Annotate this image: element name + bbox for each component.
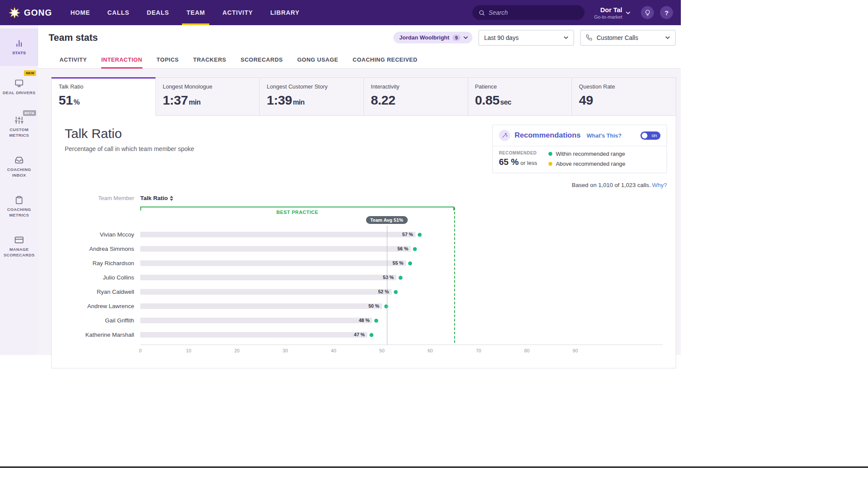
sidebar-item-label: DEAL DRIVERS (3, 90, 36, 96)
gong-logo[interactable]: GONG (9, 0, 52, 25)
best-practice-bracket: BEST PRACTICE (140, 207, 454, 210)
nav-item-deals[interactable]: DEALS (138, 0, 178, 25)
chart-row: Gail Griffith 48 % (65, 313, 663, 328)
call-type-label: Customer Calls (597, 34, 638, 41)
team-member-name[interactable]: Gail Griffith (65, 317, 140, 324)
tab-scorecards[interactable]: SCORECARDS (241, 50, 283, 68)
legend-label: Within recommended range (556, 151, 625, 157)
team-member-name[interactable]: Katherine Marshall (65, 332, 140, 338)
tab-activity[interactable]: ACTIVITY (59, 50, 87, 68)
deal-drivers-icon (15, 79, 23, 88)
question-mark-icon: ? (664, 9, 668, 16)
metric-card-longest-customer-story[interactable]: Longest Customer Story 1:39min (259, 77, 364, 116)
team-member-name[interactable]: Andrea Simmons (65, 246, 140, 252)
metric-label: Patience (475, 83, 565, 90)
recommended-block: RECOMMENDED 65 %or less (499, 151, 537, 167)
metric-card-talk-ratio[interactable]: Talk Ratio 51% (51, 77, 156, 116)
tab-topics[interactable]: TOPICS (157, 50, 179, 68)
metric-card-interactivity[interactable]: Interactivity 8.22 (363, 77, 468, 116)
bar-track: 50 % (140, 303, 663, 309)
gong-starburst-icon (9, 7, 20, 19)
bottom-divider (0, 466, 868, 468)
team-count-badge: 9 (452, 35, 460, 41)
bar-value-label: 50 % (368, 303, 379, 309)
metric-value: 1:37min (163, 93, 253, 108)
bar-track: 55 % (140, 260, 663, 266)
page: GONG HOME CALLS DEALS TEAM ACTIVITY LIBR… (0, 0, 868, 496)
recommended-label: RECOMMENDED (499, 151, 537, 155)
tab-gong-usage[interactable]: GONG USAGE (297, 50, 338, 68)
x-axis (140, 345, 663, 345)
help-center-button[interactable] (641, 6, 654, 19)
sidebar-item-custom-metrics[interactable]: BETA CUSTOM METRICS (0, 108, 38, 146)
metric-label: Longest Customer Story (267, 83, 356, 90)
sidebar-item-deal-drivers[interactable]: NEW DEAL DRIVERS (0, 69, 38, 106)
metric-unit: sec (500, 99, 511, 106)
left-sidebar: STATS NEW DEAL DRIVERS BETA CUSTOM METRI… (0, 25, 38, 355)
why-link[interactable]: Why? (652, 182, 667, 188)
sidebar-item-stats[interactable]: STATS (0, 29, 38, 66)
metric-card-longest-monologue[interactable]: Longest Monologue 1:37min (155, 77, 260, 116)
date-range-dropdown[interactable]: Last 90 days (479, 30, 574, 46)
manage-scorecards-icon (15, 236, 23, 244)
metric-card-question-rate[interactable]: Question Rate 49 (571, 77, 676, 116)
sidebar-item-coaching-metrics[interactable]: COACHING METRICS (0, 188, 38, 226)
best-practice-label: BEST PRACTICE (277, 210, 318, 215)
header-filters: Jordan Woolbright 9 Last 90 days (393, 30, 676, 46)
team-member-name[interactable]: Ryan Caldwell (65, 289, 140, 295)
search-box[interactable] (472, 5, 584, 20)
metric-card-patience[interactable]: Patience 0.85sec (468, 77, 572, 116)
call-type-dropdown[interactable]: Customer Calls (580, 30, 676, 46)
tab-trackers[interactable]: TRACKERS (193, 50, 226, 68)
tab-interaction[interactable]: INTERACTION (101, 50, 142, 68)
main-area: Team stats Jordan Woolbright 9 Last 90 d… (38, 25, 681, 355)
metric-number: 49 (579, 93, 593, 107)
talk-ratio-panel: Talk Ratio Percentage of call in which t… (51, 115, 676, 368)
user-name: Dor Tal (594, 6, 622, 13)
team-member-name[interactable]: Andrew Lawrence (65, 303, 140, 309)
bar-track: 52 % (140, 289, 663, 295)
team-member-name[interactable]: Ray Richardson (65, 260, 140, 266)
x-axis-tick: 40 (331, 348, 336, 353)
sort-icon (170, 196, 173, 201)
legend-label: Above recommended range (556, 161, 625, 167)
team-filter-dropdown[interactable]: Jordan Woolbright 9 (393, 32, 472, 43)
team-member-name[interactable]: Julio Collins (65, 274, 140, 281)
user-org: Go-to-market (594, 14, 622, 20)
whats-this-link[interactable]: What's This? (587, 132, 621, 139)
nav-item-activity[interactable]: ACTIVITY (214, 0, 261, 25)
stats-icon (15, 39, 23, 48)
x-axis-tick: 10 (186, 348, 191, 353)
chevron-down-icon (665, 36, 670, 39)
team-member-name[interactable]: Vivian Mccoy (65, 231, 140, 238)
tab-coaching-received[interactable]: COACHING RECEIVED (353, 50, 417, 68)
x-axis-tick: 80 (524, 348, 529, 353)
user-menu[interactable]: Dor Tal Go-to-market (594, 6, 630, 20)
chevron-down-icon (564, 36, 568, 39)
sidebar-item-label: MANAGE SCORECARDS (3, 247, 36, 258)
chart-rows: Vivian Mccoy 57 % Andrea Simmons 56 % Ra… (65, 227, 663, 342)
recommendations-toggle[interactable]: on (640, 131, 660, 140)
metric-number: 8.22 (371, 93, 395, 107)
bar-value-label: 57 % (402, 232, 413, 237)
metric-unit: % (73, 99, 79, 106)
bar-value-label: 52 % (378, 289, 389, 295)
value-dot (408, 261, 412, 265)
talk-ratio-bar: 48 % (140, 318, 372, 323)
talk-ratio-column-header[interactable]: Talk Ratio (140, 195, 173, 201)
support-button[interactable]: ? (660, 6, 673, 19)
bar-value-label: 48 % (359, 318, 370, 323)
sidebar-item-manage-scorecards[interactable]: MANAGE SCORECARDS (0, 228, 38, 266)
metric-unit: min (293, 99, 304, 106)
nav-item-library[interactable]: LIBRARY (262, 0, 308, 25)
x-axis-tick: 0 (139, 348, 142, 353)
coaching-inbox-icon (15, 156, 23, 164)
search-input[interactable] (488, 9, 578, 16)
metric-label: Talk Ratio (59, 83, 149, 90)
nav-item-team[interactable]: TEAM (178, 0, 214, 25)
nav-item-calls[interactable]: CALLS (99, 0, 138, 25)
nav-item-home[interactable]: HOME (62, 0, 99, 25)
x-axis-tick: 60 (428, 348, 433, 353)
nav-items: HOME CALLS DEALS TEAM ACTIVITY LIBRARY (62, 0, 308, 25)
sidebar-item-coaching-inbox[interactable]: COACHING INBOX (0, 148, 38, 186)
